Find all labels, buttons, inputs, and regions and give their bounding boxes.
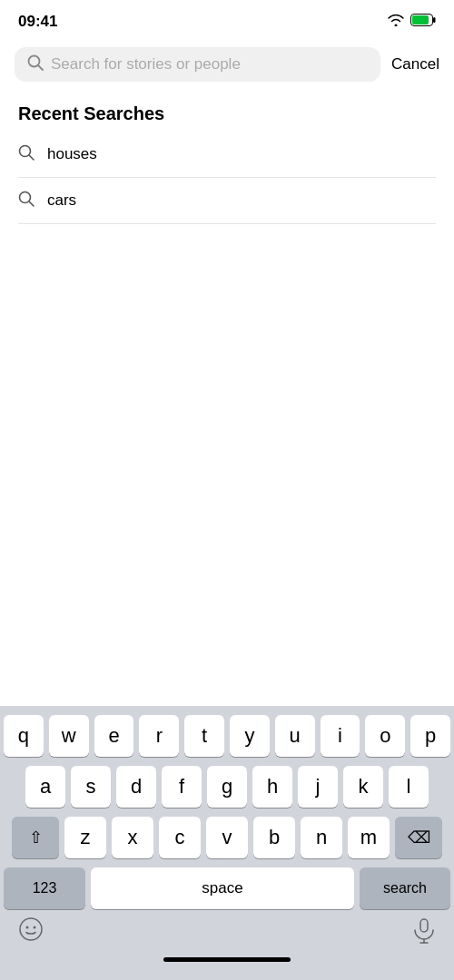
search-input-wrapper[interactable] — [15, 47, 380, 82]
key-a[interactable]: a — [25, 766, 65, 808]
recent-searches-section: Recent Searches houses cars — [0, 89, 454, 224]
key-z[interactable]: z — [64, 817, 106, 858]
search-icon-recent-2 — [18, 191, 35, 211]
key-j[interactable]: j — [298, 766, 338, 808]
recent-searches-title: Recent Searches — [0, 89, 454, 132]
key-m[interactable]: m — [348, 817, 390, 858]
emoji-mic-row — [0, 909, 454, 952]
key-d[interactable]: d — [116, 766, 156, 808]
recent-item-label-cars: cars — [47, 191, 76, 210]
shift-key[interactable]: ⇧ — [12, 817, 59, 858]
svg-line-6 — [29, 155, 34, 160]
recent-item-cars[interactable]: cars — [0, 178, 454, 223]
key-o[interactable]: o — [365, 715, 405, 757]
keyboard-rows: q w e r t y u i o p a s d f g h j k l ⇧ … — [0, 706, 454, 858]
key-l[interactable]: l — [389, 766, 429, 808]
backspace-key[interactable]: ⌫ — [395, 817, 442, 858]
battery-icon — [410, 14, 436, 30]
key-b[interactable]: b — [253, 817, 295, 858]
home-indicator — [163, 957, 291, 962]
svg-point-10 — [26, 926, 29, 929]
key-f[interactable]: f — [162, 766, 202, 808]
recent-item-label-houses: houses — [47, 145, 97, 163]
key-q[interactable]: q — [4, 715, 44, 757]
status-bar: 09:41 — [0, 0, 454, 40]
key-u[interactable]: u — [275, 715, 315, 757]
svg-point-9 — [20, 918, 42, 940]
key-c[interactable]: c — [159, 817, 201, 858]
search-key[interactable]: search — [360, 867, 450, 909]
search-icon-recent-1 — [18, 144, 35, 164]
keyboard: q w e r t y u i o p a s d f g h j k l ⇧ … — [0, 706, 454, 980]
divider-2 — [18, 223, 436, 224]
mic-icon[interactable] — [412, 918, 436, 947]
emoji-icon[interactable] — [18, 916, 44, 948]
key-k[interactable]: k — [343, 766, 383, 808]
key-h[interactable]: h — [252, 766, 292, 808]
key-w[interactable]: w — [49, 715, 89, 757]
svg-line-4 — [38, 65, 43, 70]
space-key[interactable]: space — [91, 867, 354, 909]
key-i[interactable]: i — [321, 715, 360, 757]
svg-point-11 — [34, 926, 36, 929]
key-s[interactable]: s — [71, 766, 111, 808]
key-g[interactable]: g — [207, 766, 247, 808]
cancel-button[interactable]: Cancel — [391, 55, 439, 74]
recent-item-houses[interactable]: houses — [0, 132, 454, 177]
key-p[interactable]: p — [410, 715, 450, 757]
key-y[interactable]: y — [230, 715, 270, 757]
search-input[interactable] — [51, 55, 368, 74]
key-x[interactable]: x — [112, 817, 153, 858]
key-row-2: a s d f g h j k l — [4, 766, 450, 808]
key-v[interactable]: v — [206, 817, 248, 858]
key-row-3: ⇧ z x c v b n m ⌫ — [4, 817, 450, 858]
key-row-1: q w e r t y u i o p — [4, 715, 450, 757]
numbers-key[interactable]: 123 — [4, 867, 85, 909]
key-r[interactable]: r — [139, 715, 179, 757]
search-icon — [27, 54, 44, 74]
search-bar-row: Cancel — [0, 40, 454, 89]
status-time: 09:41 — [18, 13, 57, 31]
svg-rect-2 — [412, 15, 429, 24]
wifi-icon — [387, 14, 405, 30]
svg-line-8 — [29, 201, 34, 206]
key-n[interactable]: n — [301, 817, 342, 858]
keyboard-bottom-row: 123 space search — [0, 858, 454, 909]
status-icons — [387, 14, 436, 30]
svg-rect-12 — [420, 919, 428, 932]
key-t[interactable]: t — [184, 715, 224, 757]
svg-rect-1 — [433, 17, 436, 23]
key-e[interactable]: e — [94, 715, 134, 757]
